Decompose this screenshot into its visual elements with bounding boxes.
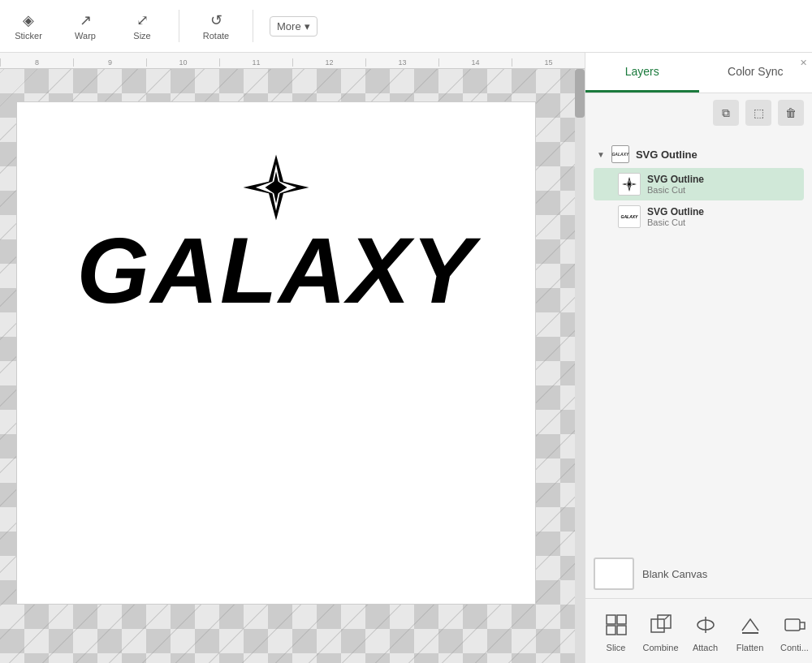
main-area: 8 9 10 11 12 13 14 15 [0,53,812,663]
layer-group-header[interactable]: ▼ GALAXY SVG Outline [594,140,804,168]
blank-canvas-section: Blank Canvas [585,549,812,598]
svg-rect-10 [785,619,800,631]
layer-name-star: SVG Outline [647,174,801,185]
slice-icon [602,610,631,639]
paste-icon: ⬚ [754,106,764,119]
toolbar-sep-1 [179,10,179,42]
size-label: Size [133,31,150,41]
sticker-label: Sticker [15,31,42,41]
layer-info-star: SVG Outline Basic Cut [647,174,801,195]
vertical-scrollbar[interactable] [575,69,585,663]
layer-item-galaxy[interactable]: GALAXY SVG Outline Basic Cut [594,200,804,233]
layer-thumb-galaxy: GALAXY [618,205,641,228]
ruler-tick: 15 [512,58,585,67]
white-canvas: GALAXY [16,101,536,605]
ruler-tick: 9 [73,58,146,67]
conti-button[interactable]: Conti... [772,610,812,652]
galaxy-text: GALAXY [76,224,475,317]
svg-rect-0 [607,615,615,624]
flatten-button[interactable]: Flatten [728,610,772,652]
flatten-icon [736,610,765,639]
trash-icon: 🗑 [785,106,797,119]
conti-label: Conti... [780,643,809,652]
svg-rect-1 [617,615,626,624]
copy-icon: ⧉ [722,106,730,120]
attach-label: Attach [693,643,718,652]
toolbar-sep-2 [253,10,253,42]
bottom-toolbar: Slice Combine [585,598,812,663]
tab-color-sync[interactable]: Color Sync ✕ [699,53,813,93]
size-tool[interactable]: ⤢ Size [122,11,162,41]
rotate-tool[interactable]: ↺ Rotate [196,11,236,41]
slice-label: Slice [607,643,626,652]
group-chevron-icon: ▼ [597,150,605,159]
rotate-icon: ↺ [210,11,222,29]
ruler-tick: 8 [0,58,73,67]
group-name: SVG Outline [636,149,698,161]
combine-icon [646,610,676,639]
layer-group: ▼ GALAXY SVG Outline [594,140,804,233]
blank-canvas-label: Blank Canvas [642,568,707,580]
layer-subname-galaxy: Basic Cut [647,217,801,227]
tab-layers[interactable]: Layers [585,53,699,93]
warp-tool[interactable]: ↗ Warp [65,11,106,41]
more-chevron-icon: ▾ [304,20,310,32]
blank-canvas-thumbnail [594,558,634,590]
conti-icon [780,610,810,639]
layer-item-star[interactable]: SVG Outline Basic Cut [594,168,804,200]
ruler-tick: 10 [146,58,219,67]
layers-list[interactable]: ▼ GALAXY SVG Outline [585,132,812,549]
close-color-sync-icon[interactable]: ✕ [800,58,807,68]
svg-rect-3 [617,626,626,635]
more-label: More [277,20,301,32]
layer-name-galaxy: SVG Outline [647,206,801,217]
attach-button[interactable]: Attach [683,610,728,652]
rotate-label: Rotate [203,31,229,41]
combine-label: Combine [642,643,678,652]
ruler-top: 8 9 10 11 12 13 14 15 [0,53,585,69]
layer-info-galaxy: SVG Outline Basic Cut [647,206,801,227]
star-graphic [240,151,313,224]
canvas-area[interactable]: 8 9 10 11 12 13 14 15 [0,53,585,663]
copy-layer-button[interactable]: ⧉ [713,100,739,126]
warp-label: Warp [75,31,96,41]
more-button[interactable]: More ▾ [270,16,317,37]
attach-icon [691,610,720,639]
layer-thumb-star [618,173,641,196]
sticker-tool[interactable]: ◈ Sticker [8,11,49,41]
layer-subname-star: Basic Cut [647,185,801,195]
delete-layer-button[interactable]: 🗑 [778,100,804,126]
paste-layer-button[interactable]: ⬚ [745,100,771,126]
combine-button[interactable]: Combine [638,610,683,652]
ruler-tick: 11 [219,58,292,67]
tab-layers-label: Layers [625,65,659,78]
sticker-icon: ◈ [23,11,34,29]
scrollbar-thumb[interactable] [575,69,585,118]
panel-toolbar: ⧉ ⬚ 🗑 [585,93,812,132]
svg-rect-2 [607,626,615,635]
panel-tabs: Layers Color Sync ✕ [585,53,812,93]
ruler-tick: 13 [365,58,438,67]
group-thumbnail: GALAXY [611,145,629,163]
ruler-tick: 12 [292,58,365,67]
tab-color-sync-label: Color Sync [728,65,783,78]
right-panel: Layers Color Sync ✕ ⧉ ⬚ 🗑 ▼ [585,53,812,663]
warp-icon: ↗ [80,11,92,29]
flatten-label: Flatten [736,643,764,652]
size-icon: ⤢ [136,11,149,29]
ruler-tick: 14 [438,58,512,67]
slice-button[interactable]: Slice [594,610,638,652]
canvas-grid: GALAXY [0,69,575,663]
toolbar: ◈ Sticker ↗ Warp ⤢ Size ↺ Rotate More ▾ [0,0,812,53]
